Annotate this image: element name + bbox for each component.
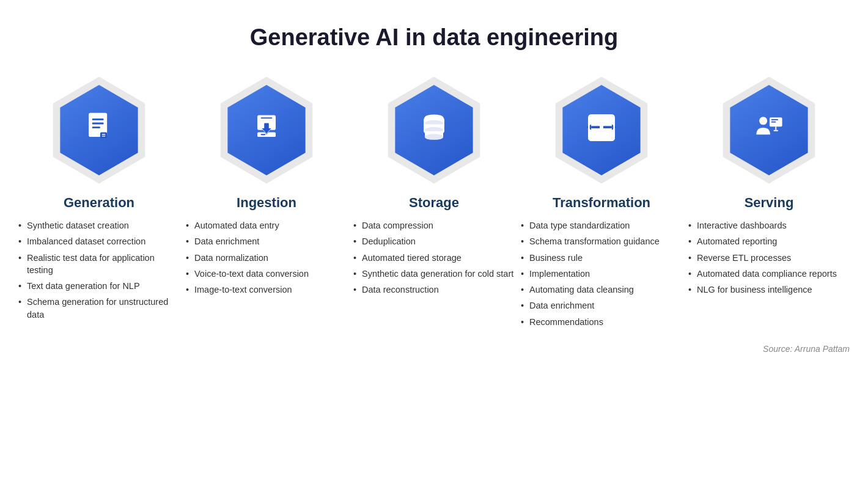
list-item: Data normalization [186, 252, 347, 264]
list-item: Recommendations [521, 316, 682, 328]
col-title-generation: Generation [64, 195, 134, 211]
svg-rect-2 [92, 119, 104, 120]
svg-point-40 [759, 117, 767, 125]
document-icon [81, 109, 117, 151]
list-item: Deduplication [353, 235, 515, 247]
list-item: Schema generation for unstructured data [18, 296, 180, 321]
hex-generation [44, 75, 154, 185]
list-item: Synthetic dataset creation [18, 219, 180, 232]
list-item: NLG for business intelligence [688, 283, 850, 296]
list-item: Synthetic data generation for cold start [353, 268, 515, 280]
column-serving: Serving Interactive dashboards Automated… [688, 75, 850, 299]
column-storage: Storage Data compression Deduplication A… [353, 75, 515, 299]
svg-rect-6 [102, 134, 106, 134]
hex-ingestion [211, 75, 322, 185]
list-item: Data reconstruction [353, 283, 515, 296]
page-wrapper: Generative AI in data engineering [0, 0, 868, 501]
list-item: Image-to-text conversion [186, 283, 347, 296]
col-list-generation: Synthetic dataset creation Imbalanced da… [18, 219, 180, 324]
list-item: Reverse ETL processes [688, 252, 850, 264]
col-title-ingestion: Ingestion [237, 195, 296, 211]
list-item: Realistic test data for application test… [18, 252, 180, 277]
list-item: Implementation [521, 268, 682, 280]
col-list-ingestion: Automated data entry Data enrichment Dat… [186, 219, 347, 299]
svg-rect-35 [591, 126, 600, 128]
svg-rect-9 [261, 117, 273, 119]
hex-serving [714, 75, 824, 185]
column-ingestion: Ingestion Automated data entry Data enri… [186, 75, 347, 299]
svg-rect-7 [102, 136, 106, 136]
source-text: Source: Arruna Pattam [763, 344, 850, 354]
list-item: Automating data cleansing [521, 283, 682, 296]
col-list-transformation: Data type standardization Schema transfo… [521, 219, 682, 332]
list-item: Schema transformation guidance [521, 235, 682, 247]
list-item: Imbalanced dataset correction [18, 235, 180, 247]
hex-storage [379, 75, 489, 185]
source-row: Source: Arruna Pattam [18, 344, 850, 354]
list-item: Automated tiered storage [353, 252, 515, 264]
col-title-transformation: Transformation [553, 195, 650, 211]
list-item: Data enrichment [186, 235, 347, 247]
list-item: Text data generation for NLP [18, 280, 180, 292]
col-list-serving: Interactive dashboards Automated reporti… [688, 219, 850, 299]
list-item: Data type standardization [521, 219, 682, 232]
list-item: Automated reporting [688, 235, 850, 247]
list-item: Automated data compliance reports [688, 268, 850, 280]
list-item: Interactive dashboards [688, 219, 850, 232]
hex-transformation [546, 75, 657, 185]
col-title-storage: Storage [409, 195, 459, 211]
list-item: Automated data entry [186, 219, 347, 232]
column-transformation: Transformation Data type standardization… [521, 75, 682, 332]
list-item: Data compression [353, 219, 515, 232]
page-title: Generative AI in data engineering [250, 24, 619, 51]
svg-point-31 [425, 134, 443, 139]
svg-rect-42 [771, 119, 778, 120]
svg-rect-37 [603, 126, 612, 128]
list-item: Business rule [521, 252, 682, 264]
col-title-serving: Serving [745, 195, 794, 211]
serving-icon [751, 109, 787, 151]
column-generation: Generation Synthetic dataset creation Im… [18, 75, 180, 324]
svg-rect-45 [774, 130, 779, 131]
col-list-storage: Data compression Deduplication Automated… [353, 219, 515, 299]
download-icon [248, 109, 285, 151]
svg-rect-5 [100, 133, 107, 138]
svg-rect-3 [92, 123, 104, 125]
columns-row: Generation Synthetic dataset creation Im… [18, 75, 850, 332]
list-item: Voice-to-text data conversion [186, 268, 347, 280]
list-item: Data enrichment [521, 299, 682, 312]
transform-icon [583, 109, 620, 151]
svg-rect-11 [261, 134, 266, 135]
svg-rect-4 [92, 126, 100, 128]
database-icon [416, 109, 452, 151]
svg-rect-43 [771, 122, 776, 123]
